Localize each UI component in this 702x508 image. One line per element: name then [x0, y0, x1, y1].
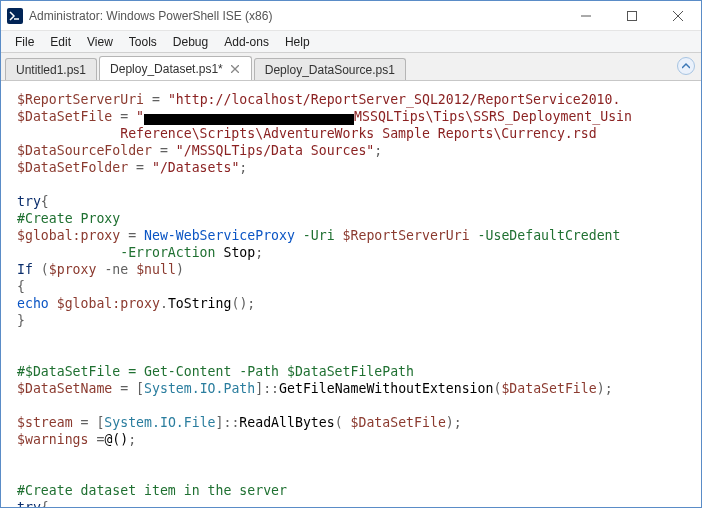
collapse-up-icon[interactable] [677, 57, 695, 75]
menu-bar: File Edit View Tools Debug Add-ons Help [1, 31, 701, 53]
window: Administrator: Windows PowerShell ISE (x… [0, 0, 702, 508]
code-editor[interactable]: $ReportServerUri = "http://localhost/Rep… [1, 81, 701, 507]
window-title: Administrator: Windows PowerShell ISE (x… [29, 9, 563, 23]
code-content: $ReportServerUri = "http://localhost/Rep… [1, 81, 701, 507]
menu-view[interactable]: View [79, 33, 121, 51]
menu-file[interactable]: File [7, 33, 42, 51]
tab-label: Untitled1.ps1 [16, 63, 86, 77]
close-button[interactable] [655, 1, 701, 31]
menu-help[interactable]: Help [277, 33, 318, 51]
minimize-button[interactable] [563, 1, 609, 31]
title-bar: Administrator: Windows PowerShell ISE (x… [1, 1, 701, 31]
window-controls [563, 1, 701, 30]
powershell-icon [7, 8, 23, 24]
menu-addons[interactable]: Add-ons [216, 33, 277, 51]
maximize-button[interactable] [609, 1, 655, 31]
menu-tools[interactable]: Tools [121, 33, 165, 51]
tab-deploy-datasource[interactable]: Deploy_DataSource.ps1 [254, 58, 406, 80]
menu-debug[interactable]: Debug [165, 33, 216, 51]
close-icon[interactable] [229, 63, 241, 75]
tab-label: Deploy_Dataset.ps1* [110, 62, 223, 76]
tab-untitled1[interactable]: Untitled1.ps1 [5, 58, 97, 80]
tab-strip: Untitled1.ps1 Deploy_Dataset.ps1* Deploy… [1, 53, 701, 81]
redacted-text [144, 114, 354, 125]
menu-edit[interactable]: Edit [42, 33, 79, 51]
tab-deploy-dataset[interactable]: Deploy_Dataset.ps1* [99, 56, 252, 80]
tab-label: Deploy_DataSource.ps1 [265, 63, 395, 77]
svg-rect-1 [628, 12, 637, 21]
